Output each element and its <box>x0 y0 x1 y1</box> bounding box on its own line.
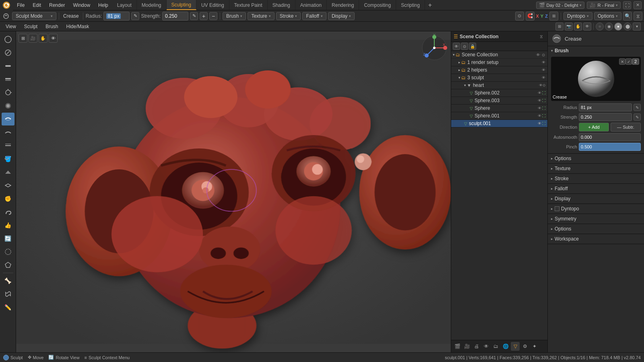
tool-draw-sharp[interactable] <box>2 46 14 59</box>
menu-window[interactable]: Window <box>69 0 94 10</box>
bottom-context[interactable]: ≡ Sculpt Context Menu <box>85 355 130 360</box>
tool-clay[interactable] <box>2 60 14 72</box>
filter-btn[interactable]: ⧖ <box>634 12 642 21</box>
tab-compositing[interactable]: Compositing <box>359 0 396 10</box>
props-icon-obj[interactable]: ▽ <box>511 342 520 351</box>
viewport-eye-icon[interactable]: 👁 <box>583 23 591 31</box>
row2-vis[interactable]: 👁 <box>542 76 545 80</box>
options-selector[interactable]: Options ▾ <box>594 12 621 20</box>
tab-uv-editing[interactable]: UV Editing <box>196 0 229 10</box>
shading-options-btn[interactable]: ▾ <box>633 23 641 31</box>
display-header[interactable]: ▸ Display <box>548 194 644 204</box>
sculpt-menu[interactable]: Sculpt <box>20 22 41 31</box>
close-btn[interactable]: ✕ <box>634 1 642 9</box>
outliner-row-0[interactable]: ▸ 🗂 1 render setup 👁 <box>451 59 547 66</box>
tab-sculpting[interactable]: Sculpting <box>167 0 196 10</box>
scene-vis-2[interactable]: ⊙ <box>542 53 545 57</box>
outliner-btn-2[interactable]: ⊙ <box>461 43 468 50</box>
menu-file[interactable]: File <box>13 0 29 10</box>
strength-edit-icon[interactable]: ✎ <box>190 12 198 20</box>
bottom-move[interactable]: ✥ Move <box>28 355 44 360</box>
tool-fill[interactable]: 🪣 <box>2 152 14 165</box>
mode-selector[interactable]: Sculpt Mode ▾ <box>12 12 56 20</box>
render-indicator[interactable]: 🎥 R - Final ▾ <box>587 2 621 9</box>
tool-pose[interactable]: 🦴 <box>2 274 14 287</box>
global-btn[interactable]: ⊞ <box>549 12 558 21</box>
row4-vis[interactable]: 👁 <box>538 91 541 95</box>
tool-crease-active[interactable] <box>2 113 14 125</box>
menu-help[interactable]: Help <box>94 0 112 10</box>
strength-value-box[interactable]: 0.250 <box>162 12 188 21</box>
tool-inflate[interactable] <box>2 86 14 99</box>
add-direction-btn[interactable]: + Add <box>579 123 609 132</box>
radius-prop-value[interactable]: 81 px <box>579 103 632 111</box>
proportional-edit-btn[interactable]: ⊙ <box>515 12 524 21</box>
props-icon-render[interactable]: 🎥 <box>462 342 471 351</box>
tool-draw[interactable] <box>2 33 14 46</box>
row1-vis[interactable]: 👁 <box>542 68 545 72</box>
outliner-btn-3[interactable]: 🔒 <box>469 43 476 50</box>
viewport[interactable]: X Y Z ⊞ 🎥 ✋ 👁 <box>16 31 451 352</box>
viewport-hand-icon[interactable]: ✋ <box>574 23 582 31</box>
crease-x-icon[interactable]: ✕ <box>619 58 625 65</box>
dyntopo-checkbox[interactable] <box>555 206 559 211</box>
row3-vis2[interactable]: ⊙ <box>543 83 546 87</box>
brush-section-header[interactable]: ▾ Brush <box>548 46 644 55</box>
scene-indicator[interactable]: 🎬 Day 02 - Delight ▾ <box>536 2 585 9</box>
viewport-icon-cam[interactable]: 🎥 <box>29 34 37 43</box>
tool-cloth[interactable] <box>2 288 14 300</box>
row8-vis[interactable]: 👁 <box>538 121 541 125</box>
outliner-row-1[interactable]: ▸ 🗂 2 helpers 👁 <box>451 66 547 74</box>
tab-rendering[interactable]: Rendering <box>327 0 359 10</box>
outliner-row-6[interactable]: ▽ Sphere 👁 ⛶ <box>451 105 547 112</box>
outliner-btn-1[interactable]: 👁 <box>453 43 460 50</box>
tab-modeling[interactable]: Modeling <box>137 0 167 10</box>
props-icon-world[interactable]: 🌐 <box>501 342 510 351</box>
falloff-dropdown[interactable]: Falloff ▾ <box>302 12 326 20</box>
tab-texture-paint[interactable]: Texture Paint <box>229 0 268 10</box>
outliner-filter-btn[interactable]: ⧖ <box>538 33 545 40</box>
outliner-row-7[interactable]: ▽ Sphere.001 👁 ⛶ <box>451 112 547 120</box>
tab-shading[interactable]: Shading <box>268 0 295 10</box>
viewport-icon-grid[interactable]: ⊞ <box>19 34 27 43</box>
bottom-sculpt[interactable]: Sculpt <box>3 355 23 360</box>
dyntopo-selector[interactable]: Dyntopo ▾ <box>564 12 592 20</box>
outliner-row-5[interactable]: ▽ Sphere.003 👁 ⛶ <box>451 97 547 105</box>
autosmooth-prop-value[interactable]: 0.000 <box>579 133 641 141</box>
tool-annotation[interactable]: ✏️ <box>2 301 14 314</box>
row3-vis[interactable]: 👁 <box>539 83 543 87</box>
snap-btn[interactable]: 🧲 <box>526 12 535 21</box>
radius-value-box[interactable]: 81 px <box>103 12 130 21</box>
viewport-grid-icon[interactable]: ⊞ <box>555 23 564 31</box>
add-icon[interactable]: + <box>200 12 208 20</box>
scene-vis-1[interactable]: 👁 <box>536 53 540 57</box>
props-icon-output[interactable]: 🖨 <box>472 342 481 351</box>
viewport-camera-icon[interactable]: 📷 <box>565 23 573 31</box>
tool-mask[interactable] <box>2 245 14 258</box>
shading-material-btn[interactable]: ● <box>614 23 622 31</box>
shading-solid-btn[interactable]: ◉ <box>605 23 613 31</box>
shading-wire-btn[interactable]: ○ <box>596 23 604 31</box>
outliner-row-3[interactable]: ▾ ▼ heart 👁 ⊙ <box>451 82 547 89</box>
app-logo[interactable] <box>0 0 13 10</box>
crease-check-icon[interactable]: ✓ <box>625 58 632 65</box>
tool-pinch[interactable] <box>2 179 14 192</box>
strength-edit-btn[interactable]: ✎ <box>634 113 641 121</box>
tool-face-sets[interactable] <box>2 259 14 272</box>
search-btn[interactable]: 🔍 <box>623 12 632 21</box>
shading-render-btn[interactable]: ⬤ <box>623 23 632 31</box>
outliner-row-8[interactable]: ▽ sculpt.001 👁 ⛶ <box>451 120 547 128</box>
tab-layout[interactable]: Layout <box>112 0 137 10</box>
axis-gizmo[interactable]: X Y Z <box>420 34 448 62</box>
row0-vis[interactable]: 👁 <box>542 60 545 64</box>
viewport-icon-hand[interactable]: ✋ <box>39 34 47 43</box>
props-icon-scene[interactable]: 🎬 <box>453 342 462 351</box>
tool-rotate[interactable]: 🔄 <box>2 232 14 245</box>
texture-dropdown[interactable]: Texture ▾ <box>248 12 274 20</box>
symmetry-header[interactable]: ▸ Symmetry <box>548 214 644 224</box>
props-icon-view[interactable]: 👁 <box>482 342 491 351</box>
strength-prop-value[interactable]: 0.250 <box>579 113 632 121</box>
row7-vis[interactable]: 👁 <box>538 114 541 118</box>
tool-snake-hook[interactable] <box>2 206 14 218</box>
tool-blob[interactable] <box>2 99 14 112</box>
